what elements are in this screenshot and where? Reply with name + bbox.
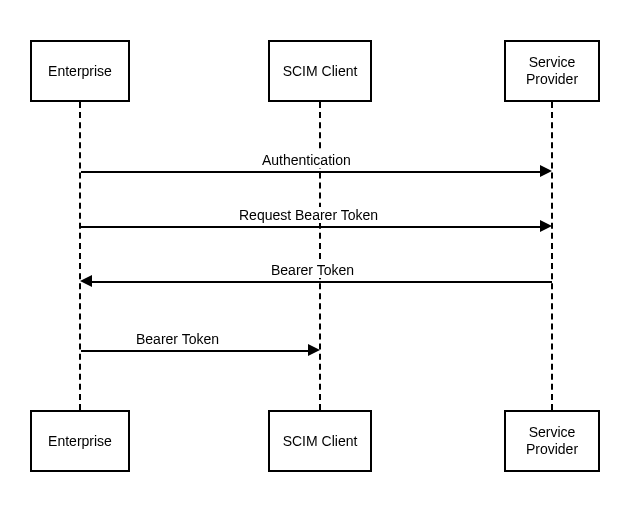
sequence-diagram: Enterprise SCIM Client Service Provider … xyxy=(0,0,631,510)
message-authentication-line xyxy=(81,171,540,173)
message-bearer-token-client-arrow xyxy=(308,344,320,356)
participant-label: Service Provider xyxy=(526,54,578,88)
message-request-bearer-token-label: Request Bearer Token xyxy=(237,207,380,223)
message-authentication-arrow xyxy=(540,165,552,177)
participant-label: Service Provider xyxy=(526,424,578,458)
message-bearer-token-back-line xyxy=(92,281,552,283)
participant-label: Enterprise xyxy=(48,63,112,80)
lifeline-enterprise xyxy=(79,102,81,410)
message-request-bearer-token-arrow xyxy=(540,220,552,232)
participant-label: SCIM Client xyxy=(283,433,358,450)
participant-enterprise-top: Enterprise xyxy=(30,40,130,102)
participant-scim-client-top: SCIM Client xyxy=(268,40,372,102)
message-bearer-token-client-line xyxy=(81,350,308,352)
participant-enterprise-bottom: Enterprise xyxy=(30,410,130,472)
message-request-bearer-token-line xyxy=(81,226,540,228)
participant-service-provider-top: Service Provider xyxy=(504,40,600,102)
message-bearer-token-client-label: Bearer Token xyxy=(134,331,221,347)
participant-label: SCIM Client xyxy=(283,63,358,80)
lifeline-service-provider xyxy=(551,102,553,410)
participant-service-provider-bottom: Service Provider xyxy=(504,410,600,472)
lifeline-scim-client xyxy=(319,102,321,410)
message-authentication-label: Authentication xyxy=(260,152,353,168)
message-bearer-token-back-label: Bearer Token xyxy=(269,262,356,278)
message-bearer-token-back-arrow xyxy=(80,275,92,287)
participant-scim-client-bottom: SCIM Client xyxy=(268,410,372,472)
participant-label: Enterprise xyxy=(48,433,112,450)
